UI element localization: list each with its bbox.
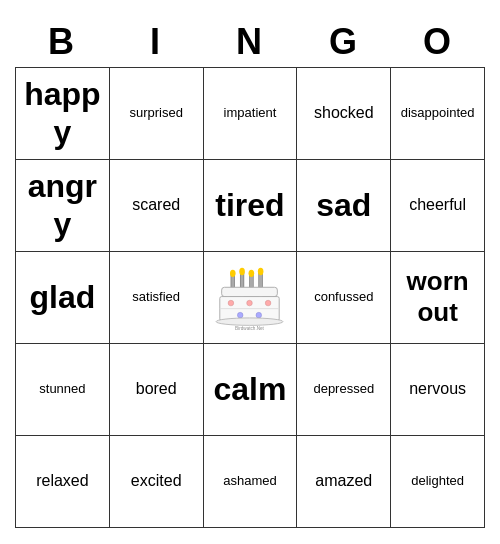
- cell-text: confussed: [314, 289, 373, 305]
- cell-text: angry: [22, 167, 103, 244]
- svg-point-13: [266, 300, 272, 306]
- bingo-header-letter: I: [109, 17, 203, 67]
- bingo-cell: excited: [110, 436, 204, 528]
- cell-text: delighted: [411, 473, 464, 489]
- bingo-card: BINGO happysurprisedimpatientshockeddisa…: [15, 17, 485, 528]
- bingo-header: BINGO: [15, 17, 485, 67]
- bingo-cell: sad: [297, 160, 391, 252]
- cell-text: surprised: [129, 105, 182, 121]
- cell-text: scared: [132, 195, 180, 214]
- bingo-cell: Birdwatch.Net: [204, 252, 298, 344]
- bingo-cell: impatient: [204, 68, 298, 160]
- svg-text:Birdwatch.Net: Birdwatch.Net: [236, 326, 266, 330]
- bingo-cell: cheerful: [391, 160, 485, 252]
- bingo-cell: tired: [204, 160, 298, 252]
- cell-text: tired: [215, 186, 284, 224]
- bingo-cell: disappointed: [391, 68, 485, 160]
- bingo-cell: shocked: [297, 68, 391, 160]
- svg-point-16: [217, 317, 284, 324]
- svg-point-7: [258, 267, 264, 274]
- cell-text: relaxed: [36, 471, 88, 490]
- bingo-cell: amazed: [297, 436, 391, 528]
- cell-text: nervous: [409, 379, 466, 398]
- bingo-cell: stunned: [16, 344, 110, 436]
- bingo-cell: relaxed: [16, 436, 110, 528]
- bingo-cell: glad: [16, 252, 110, 344]
- bingo-grid: happysurprisedimpatientshockeddisappoint…: [15, 67, 485, 528]
- bingo-cell: surprised: [110, 68, 204, 160]
- cell-text: worn out: [397, 266, 478, 328]
- bingo-cell: calm: [204, 344, 298, 436]
- cell-text: calm: [214, 370, 287, 408]
- bingo-cell: depressed: [297, 344, 391, 436]
- bingo-cell: confussed: [297, 252, 391, 344]
- bingo-header-letter: O: [391, 17, 485, 67]
- cell-text: sad: [316, 186, 371, 224]
- cell-text: excited: [131, 471, 182, 490]
- cell-text: bored: [136, 379, 177, 398]
- bingo-cell: nervous: [391, 344, 485, 436]
- bingo-cell: ashamed: [204, 436, 298, 528]
- svg-point-15: [256, 312, 262, 318]
- svg-point-11: [229, 300, 235, 306]
- cell-text: satisfied: [132, 289, 180, 305]
- bingo-cell: bored: [110, 344, 204, 436]
- bingo-cell: delighted: [391, 436, 485, 528]
- bingo-cell: satisfied: [110, 252, 204, 344]
- cell-text: cheerful: [409, 195, 466, 214]
- cell-text: ashamed: [223, 473, 276, 489]
- cell-text: happy: [22, 75, 103, 152]
- cell-text: shocked: [314, 103, 374, 122]
- cell-text: amazed: [315, 471, 372, 490]
- cell-text: stunned: [39, 381, 85, 397]
- bingo-cell: scared: [110, 160, 204, 252]
- svg-point-4: [230, 269, 236, 276]
- bingo-header-letter: G: [297, 17, 391, 67]
- cell-text: impatient: [224, 105, 277, 121]
- svg-point-6: [249, 269, 255, 276]
- cake-image: Birdwatch.Net: [212, 265, 287, 330]
- cell-text: disappointed: [401, 105, 475, 121]
- svg-point-5: [240, 267, 246, 274]
- bingo-cell: worn out: [391, 252, 485, 344]
- bingo-header-letter: B: [15, 17, 109, 67]
- bingo-cell: happy: [16, 68, 110, 160]
- bingo-cell: angry: [16, 160, 110, 252]
- svg-rect-8: [222, 287, 278, 296]
- cell-text: glad: [30, 278, 96, 316]
- cell-text: depressed: [313, 381, 374, 397]
- svg-point-14: [238, 312, 244, 318]
- bingo-header-letter: N: [203, 17, 297, 67]
- svg-point-12: [247, 300, 253, 306]
